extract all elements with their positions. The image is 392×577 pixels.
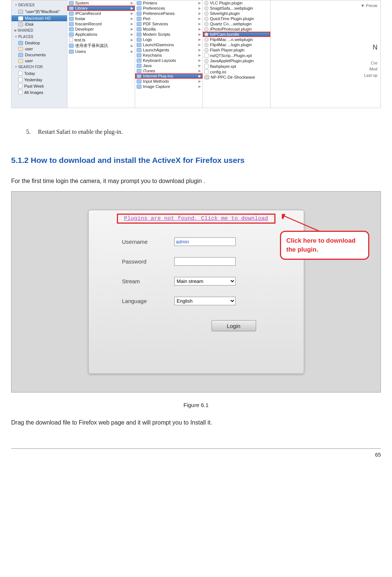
finder-item[interactable]: iPhotoPhotocast.plugin — [203, 26, 270, 32]
sidebar-item-documents[interactable]: Documents — [12, 52, 67, 58]
finder-item[interactable]: test.ts▶ — [67, 37, 135, 42]
plugin-download-link[interactable]: Plugins are not found, Click me to downl… — [118, 215, 274, 223]
folder-icon — [137, 1, 141, 5]
finder-item[interactable]: Perl▶ — [135, 16, 203, 21]
finder-item[interactable]: PDF Services▶ — [135, 21, 203, 26]
finder-item[interactable]: Library▶ — [67, 6, 135, 11]
item-label: Input Methods — [143, 79, 169, 83]
item-label: SnagitSafa....webplugin — [210, 6, 253, 10]
detail-last: Last op — [274, 72, 377, 79]
finder-item[interactable]: fsIPCam.bundle — [203, 32, 270, 37]
chevron-right-icon: ▶ — [198, 32, 201, 36]
item-label: Keyboard Layouts — [143, 58, 176, 63]
finder-item[interactable]: Modem Scripts▶ — [135, 32, 203, 37]
item-label: Java — [143, 63, 152, 68]
svg-line-0 — [284, 216, 321, 232]
chevron-right-icon: ▶ — [131, 50, 133, 53]
plugin-icon — [204, 12, 208, 16]
finder-item[interactable]: Flip4Mac ...n.webplugin — [203, 37, 270, 42]
finder-item[interactable]: Keychains▶ — [135, 53, 203, 58]
chevron-right-icon: ▶ — [131, 1, 133, 5]
folder-icon — [137, 17, 141, 21]
finder-item[interactable]: Keyboard Layouts▶ — [135, 58, 203, 63]
finder-item[interactable]: Logs▶ — [135, 37, 203, 42]
step-5: 5. Restart Safari to enable the plug-in. — [26, 129, 381, 135]
folder-icon — [69, 50, 74, 54]
finder-item[interactable]: nsIQTScrip...Plugin.xpt — [203, 53, 270, 58]
finder-item[interactable]: QuickTime Plugin.plugin — [203, 16, 270, 21]
finder-item[interactable]: LaunchDaemons▶ — [135, 42, 203, 47]
chevron-right-icon: ▶ — [198, 74, 201, 78]
sidebar-item-yesterday[interactable]: Yesterday — [12, 76, 67, 83]
finder-item[interactable]: VLC Plugin.plugin — [203, 0, 270, 6]
language-select[interactable]: English — [174, 297, 236, 305]
chevron-right-icon: ▶ — [198, 38, 201, 41]
finder-item[interactable]: Input Methods▶ — [135, 79, 203, 84]
folder-icon — [137, 38, 141, 42]
finder-item[interactable]: NP-PPC-Dir-Shockwave — [203, 75, 270, 80]
sidebar-item-user2[interactable]: user — [12, 58, 67, 64]
sidebar-item-usermac[interactable]: "user"的"MacBook" — [12, 8, 67, 15]
sidebar-item-allimages[interactable]: All Images — [12, 89, 67, 95]
chevron-right-icon: ▶ — [131, 32, 133, 36]
chevron-right-icon: ▶ — [198, 59, 201, 62]
finder-item[interactable]: Printers▶ — [135, 0, 203, 6]
finder-item[interactable]: Java▶ — [135, 63, 203, 68]
folder-icon — [69, 22, 74, 26]
finder-item[interactable]: SnagitSafa....webplugin — [203, 6, 270, 11]
folder-icon — [137, 48, 141, 52]
folder-icon — [137, 74, 141, 78]
login-button[interactable]: Login — [211, 320, 256, 331]
finder-item[interactable]: Image Capture▶ — [135, 84, 203, 89]
item-label: Preferences — [143, 6, 165, 10]
finder-item[interactable]: Flip4Mac ...lugin.plugin — [203, 42, 270, 47]
home-icon — [18, 59, 23, 63]
username-input[interactable] — [174, 237, 236, 246]
finder-item[interactable]: Applications▶ — [67, 32, 135, 37]
finder-item[interactable]: Flash Player.plugin — [203, 47, 270, 53]
finder-item[interactable]: Developer▶ — [67, 26, 135, 32]
item-label: flashplayer.xpt — [210, 64, 236, 69]
sidebar-item-desktop[interactable]: Desktop — [12, 40, 67, 46]
folder-icon — [69, 1, 74, 5]
password-input[interactable] — [174, 257, 236, 266]
sidebar-item-pastweek[interactable]: Past Week — [12, 83, 67, 89]
finder-item[interactable]: 使用者手冊和資訊▶ — [67, 42, 135, 49]
item-label: foscamRecord — [75, 22, 102, 26]
finder-item[interactable]: Silverlight.plugin — [203, 11, 270, 16]
sidebar-item-user[interactable]: user — [12, 46, 67, 52]
step-text: Restart Safari to enable the plug-in. — [38, 129, 122, 135]
folder-icon — [137, 53, 141, 57]
plugin-icon — [204, 1, 208, 5]
folder-icon — [69, 6, 74, 10]
finder-item[interactable]: Mozilla▶ — [135, 26, 203, 32]
finder-item[interactable]: iTunes▶ — [135, 68, 203, 73]
folder-icon — [18, 41, 23, 45]
sidebar-item-idisk[interactable]: iDisk — [12, 21, 67, 27]
chevron-right-icon: ▶ — [131, 17, 133, 21]
disk-icon — [18, 16, 23, 21]
folder-icon — [137, 6, 141, 10]
finder-item[interactable]: Users▶ — [67, 49, 135, 54]
sidebar-item-today[interactable]: Today — [12, 70, 67, 76]
finder-item[interactable]: foscamRecord▶ — [67, 21, 135, 26]
chevron-right-icon: ▶ — [198, 6, 201, 10]
intro-paragraph: For the first time login the camera, it … — [11, 178, 381, 185]
finder-item[interactable]: JavaAppletPlugin.plugin — [203, 58, 270, 63]
stream-select[interactable]: Main stream — [174, 277, 236, 286]
finder-item[interactable]: PreferencePanes▶ — [135, 11, 203, 16]
sidebar-header-shared: ▶SHARED — [12, 27, 67, 34]
finder-item[interactable]: IPCamRecord▶ — [67, 11, 135, 16]
finder-item[interactable]: config.ini — [203, 69, 270, 75]
finder-item[interactable]: System▶ — [67, 0, 135, 6]
finder-item[interactable]: flashplayer.xpt — [203, 63, 270, 69]
detail-cre: Cre — [274, 60, 377, 66]
finder-item[interactable]: LaunchAgents▶ — [135, 47, 203, 53]
password-label: Password — [122, 258, 163, 265]
disk-icon — [18, 22, 23, 26]
finder-item[interactable]: Internet Plug-Ins▶ — [135, 73, 203, 79]
finder-item[interactable]: Preferences▶ — [135, 6, 203, 11]
finder-item[interactable]: Quartz Co....webplugin — [203, 21, 270, 26]
sidebar-item-macintosh-hd[interactable]: Macintosh HD — [12, 15, 67, 21]
finder-item[interactable]: fostar▶ — [67, 16, 135, 21]
